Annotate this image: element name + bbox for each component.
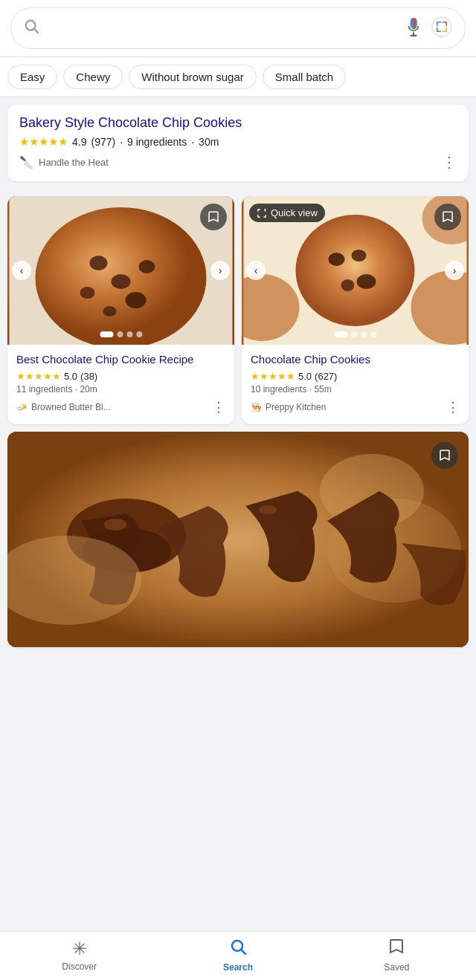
card-1-prev[interactable]: ‹: [12, 261, 31, 280]
svg-point-15: [329, 253, 345, 266]
card-2-source-name: Preppy Kitchen: [266, 402, 326, 412]
top-result-source: 🔪 Handle the Heat ⋮: [19, 153, 457, 171]
svg-point-25: [104, 519, 126, 530]
svg-point-14: [296, 215, 415, 326]
top-result-ingredients: 9 ingredients: [127, 136, 187, 148]
card-2-reviews: (627): [315, 371, 337, 382]
big-card-bookmark[interactable]: [431, 442, 458, 469]
card-2-bookmark[interactable]: [434, 204, 461, 230]
search-input[interactable]: chocolate chip cookie recipe: [47, 21, 396, 36]
top-result-reviews: (977): [91, 136, 115, 148]
card-1-source-name: Browned Butter Bl...: [31, 402, 111, 412]
chip-without-brown-sugar[interactable]: Without brown sugar: [129, 65, 257, 89]
nav-saved[interactable]: Saved: [318, 938, 476, 973]
card-2-next[interactable]: ›: [445, 261, 464, 280]
card-2-more[interactable]: ⋮: [446, 399, 460, 415]
nav-spacer: [0, 647, 476, 699]
card-1-meta: ★★★★★ 5.0 (38): [16, 371, 225, 382]
svg-point-26: [259, 505, 277, 514]
card-2-prev[interactable]: ‹: [246, 261, 266, 280]
card-1-source-icon: 🧈: [16, 402, 28, 412]
svg-point-12: [103, 306, 117, 317]
discover-icon: ✳: [72, 938, 87, 959]
svg-point-7: [90, 256, 108, 270]
top-result-more-button[interactable]: ⋮: [442, 153, 457, 171]
dot-2-4: [370, 331, 376, 337]
top-result-dot: ·: [120, 136, 123, 148]
card-2-image: Quick view ‹ ›: [242, 196, 469, 345]
chip-easy[interactable]: Easy: [7, 65, 57, 89]
top-result-card: Bakery Style Chocolate Chip Cookies ★★★★…: [7, 105, 469, 181]
card-1-reviews: (38): [80, 371, 97, 382]
top-result-source-icon: 🔪: [19, 155, 34, 169]
top-result-rating: 4.9: [72, 136, 86, 148]
nav-search-label: Search: [223, 962, 253, 973]
filter-chips: Easy Chewy Without brown sugar Small bat…: [0, 57, 476, 97]
card-1-more[interactable]: ⋮: [212, 399, 225, 415]
svg-point-8: [126, 292, 147, 308]
svg-point-4: [432, 17, 451, 36]
big-cookie-visual: [7, 432, 469, 647]
svg-point-17: [341, 279, 355, 291]
card-1-bookmark[interactable]: [200, 204, 227, 230]
dot-4: [136, 331, 142, 337]
top-result-source-name: Handle the Heat: [39, 157, 109, 168]
card-2-dots: [334, 331, 376, 337]
svg-line-31: [241, 950, 245, 955]
recipe-card-1: ‹ › Best Chocolate Chip Cookie Recipe ★★…: [7, 196, 234, 424]
nav-discover-label: Discover: [62, 961, 97, 972]
chip-chewy[interactable]: Chewy: [63, 65, 123, 89]
card-1-image: ‹ ›: [7, 196, 234, 345]
card-2-stars: ★★★★★: [251, 371, 295, 382]
svg-point-10: [139, 260, 155, 273]
card-2-content: Chocolate Chip Cookies ★★★★★ 5.0 (627) 1…: [242, 345, 469, 424]
dot-active: [100, 331, 113, 337]
card-2-source: 👨‍🍳 Preppy Kitchen ⋮: [251, 399, 460, 415]
top-result-meta: ★★★★★ 4.9 (977) · 9 ingredients · 30m: [19, 135, 457, 149]
mic-icon[interactable]: [404, 17, 423, 39]
recipe-cards-row: ‹ › Best Chocolate Chip Cookie Recipe ★★…: [0, 189, 476, 424]
svg-point-18: [352, 250, 367, 262]
card-2-quick-view[interactable]: Quick view: [249, 204, 325, 222]
search-bar-container: chocolate chip cookie recipe: [0, 0, 476, 57]
nav-search[interactable]: Search: [158, 938, 317, 973]
search-bar: chocolate chip cookie recipe: [10, 7, 466, 49]
bottom-nav: ✳ Discover Search Saved: [0, 931, 476, 980]
dot-2-2: [351, 331, 357, 337]
card-2-title[interactable]: Chocolate Chip Cookies: [251, 352, 460, 367]
lens-icon[interactable]: [431, 16, 453, 41]
recipe-card-2: Quick view ‹ › Chocolate Chip Cookies ★★…: [242, 196, 469, 424]
chip-small-batch[interactable]: Small batch: [263, 65, 346, 89]
nav-discover[interactable]: ✳ Discover: [0, 938, 158, 972]
svg-point-9: [80, 287, 95, 299]
card-1-title[interactable]: Best Chocolate Chip Cookie Recipe: [16, 352, 225, 367]
card-1-content: Best Chocolate Chip Cookie Recipe ★★★★★ …: [7, 345, 234, 424]
svg-line-1: [34, 29, 38, 33]
card-2-rating: 5.0: [298, 371, 312, 382]
card-2-details: 10 ingredients · 55m: [251, 384, 460, 395]
nav-saved-label: Saved: [384, 962, 409, 973]
card-1-source: 🧈 Browned Butter Bl... ⋮: [16, 399, 225, 415]
dot-2-3: [361, 331, 367, 337]
svg-point-16: [357, 274, 376, 289]
top-result-time: 30m: [199, 136, 219, 148]
search-nav-icon: [229, 938, 247, 960]
top-result-title[interactable]: Bakery Style Chocolate Chip Cookies: [19, 115, 457, 131]
card-1-rating: 5.0: [64, 371, 77, 382]
card-1-next[interactable]: ›: [210, 261, 230, 280]
top-result-stars: ★★★★★: [19, 135, 68, 149]
dot-2: [117, 331, 123, 337]
top-result-dot2: ·: [191, 136, 194, 148]
card-2-meta: ★★★★★ 5.0 (627): [251, 371, 460, 382]
card-1-details: 11 ingredients · 20m: [16, 384, 225, 395]
card-2-source-icon: 👨‍🍳: [251, 402, 262, 412]
saved-icon: [387, 938, 405, 960]
search-icon: [23, 18, 39, 39]
card-1-dots: [100, 331, 142, 337]
card-1-stars: ★★★★★: [16, 371, 61, 382]
dot-3: [126, 331, 132, 337]
big-image-card: [7, 432, 469, 647]
svg-point-11: [112, 274, 131, 289]
dot-2-active: [334, 331, 347, 337]
